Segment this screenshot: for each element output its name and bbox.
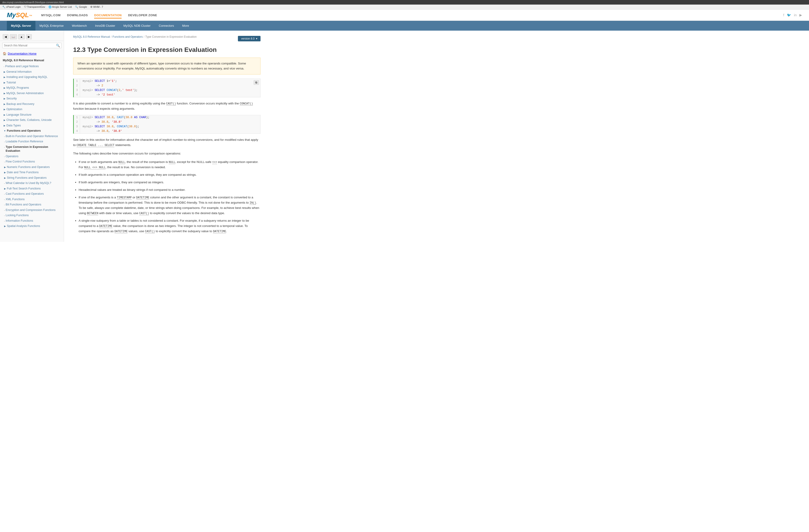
search-icon[interactable]: 🔍 — [56, 44, 60, 47]
para-1: It is also possible to convert a number … — [73, 101, 260, 111]
code-content: -> 38.8, '38.8' — [80, 120, 260, 124]
subnav-item-innodb-cluster[interactable]: InnoDB Cluster — [91, 21, 119, 31]
sub-item-numeric[interactable]: ▶Numeric Functions and Operators — [3, 165, 64, 170]
site-logo: MySQL™ — [7, 12, 32, 19]
content-area: MySQL 8.0 Reference Manual / Functions a… — [64, 31, 270, 242]
sub-items: •Built-In Function and Operator Referenc… — [0, 134, 64, 229]
bullet-6: A single-row subquery from a table or ta… — [79, 218, 260, 234]
sub-nav: MySQL Server MySQL Enterprise Workbench … — [0, 21, 809, 31]
linkedin-icon[interactable]: in — [794, 13, 797, 17]
breadcrumb-functions[interactable]: Functions and Operators — [113, 35, 143, 38]
bookmark-arcgis[interactable]: 🌐 Arcgis Server List — [49, 5, 72, 8]
subnav-item-mysql-server[interactable]: MySQL Server — [7, 21, 35, 31]
tree-item-functions[interactable]: ▼Functions and Operators — [0, 128, 64, 134]
line-num: 1 — [74, 79, 80, 83]
nav-item-mysql-com[interactable]: MYSQL.COM — [41, 13, 61, 17]
code-content: mysql> SELECT 1+'1'; — [80, 79, 260, 83]
code-row: 1 mysql> SELECT 1+'1'; — [74, 79, 260, 83]
bullet-3: If both arguments are integers, they are… — [79, 180, 260, 185]
tree-item-security[interactable]: ▶Security — [0, 96, 64, 101]
tree-item-tutorial[interactable]: ▶Tutorial — [0, 80, 64, 85]
sub-item-encryption[interactable]: •Encryption and Compression Functions — [3, 207, 64, 213]
breadcrumb-manual[interactable]: MySQL 8.0 Reference Manual — [73, 35, 110, 38]
sub-item-xml[interactable]: •XML Functions — [3, 197, 64, 202]
tree-item-installing[interactable]: ▶Installing and Upgrading MySQL — [0, 74, 64, 80]
sidebar-manual-title: MySQL 8.0 Reference Manual — [0, 57, 64, 64]
para-2: See later in this section for informatio… — [73, 137, 260, 148]
sub-item-builtin[interactable]: •Built-In Function and Operator Referenc… — [3, 134, 64, 139]
top-nav-links: MYSQL.COM DOWNLOADS DOCUMENTATION DEVELO… — [41, 13, 157, 17]
code-row: 2 -> 2 — [74, 83, 260, 88]
search-input[interactable] — [4, 44, 56, 47]
sub-item-fulltext[interactable]: ▶Full-Text Search Functions — [3, 186, 64, 191]
tree-item-data-types[interactable]: ▶Data Types — [0, 123, 64, 128]
tree-item-programs[interactable]: ▶MySQL Programs — [0, 85, 64, 91]
page-title: 12.3 Type Conversion in Expression Evalu… — [73, 46, 260, 54]
nav-item-documentation[interactable]: DOCUMENTATION — [94, 13, 122, 17]
bullet-1: If one or both arguments are NULL, the r… — [79, 159, 260, 170]
bullet-4: Hexadecimal values are treated as binary… — [79, 187, 260, 193]
code-row: 4 -> 38.8, '38.8' — [74, 129, 260, 134]
tree-item-general[interactable]: ▶General Information — [0, 69, 64, 75]
sub-item-calendar[interactable]: •What Calendar Is Used By MySQL? — [3, 181, 64, 186]
sub-item-cast[interactable]: •Cast Functions and Operators — [3, 191, 64, 197]
doc-home-link[interactable]: Documentation Home — [8, 52, 37, 55]
code-content: mysql> SELECT CONCAT(2,' test'); — [80, 88, 260, 92]
subnav-item-more[interactable]: More — [178, 21, 193, 31]
breadcrumb-sep-1: / — [111, 35, 111, 38]
nav-item-downloads[interactable]: DOWNLOADS — [67, 13, 88, 17]
version-badge[interactable]: version 8.0 ▾ — [238, 36, 260, 41]
subnav-item-mysql-ndb-cluster[interactable]: MySQL NDB Cluster — [119, 21, 155, 31]
sub-item-flow[interactable]: •Flow Control Functions — [3, 159, 64, 165]
bullet-list: If one or both arguments are NULL, the r… — [79, 159, 260, 234]
line-num: 2 — [74, 120, 80, 124]
bookmark-google[interactable]: 🔍 Google — [75, 5, 87, 8]
sub-item-loadable[interactable]: •Loadable Function Reference — [3, 139, 64, 144]
bookmark-whm[interactable]: ⚙ WHM - 7 — [90, 5, 103, 8]
home-icon: 🏠 — [3, 52, 6, 55]
sidebar-forward-button[interactable]: ▶ — [26, 34, 32, 39]
social-links: f 🐦 in ▶ — [783, 13, 802, 17]
code-row: 3 mysql> SELECT 38.8, CONCAT(38.8); — [74, 124, 260, 129]
sub-nav-links: MySQL Server MySQL Enterprise Workbench … — [7, 21, 193, 31]
twitter-icon[interactable]: 🐦 — [787, 13, 791, 17]
bookmark-cpanel[interactable]: 🔧 cPanel Login — [2, 5, 21, 8]
sidebar-doc-home[interactable]: 🏠 Documentation Home — [0, 51, 64, 57]
subnav-item-mysql-enterprise[interactable]: MySQL Enterprise — [35, 21, 68, 31]
sub-item-bit[interactable]: •Bit Functions and Operators — [3, 202, 64, 207]
code-content: -> '2 test' — [80, 92, 260, 97]
sidebar-book-button[interactable]: 📖 — [10, 34, 17, 39]
code-copy-button-1[interactable]: ⧉ — [254, 80, 259, 85]
sub-item-locking[interactable]: •Locking Functions — [3, 213, 64, 218]
tree-item-language[interactable]: ▶Language Structure — [0, 112, 64, 118]
sidebar: ◀ 📖 ▲ ▶ 🔍 🏠 Documentation Home MySQL 8.0… — [0, 31, 64, 242]
line-num: 3 — [74, 88, 80, 92]
breadcrumb-current: Type Conversion in Expression Evaluation — [145, 35, 197, 38]
sub-item-information[interactable]: •Information Functions — [3, 218, 64, 224]
subnav-item-workbench[interactable]: Workbench — [68, 21, 91, 31]
sub-item-datetime[interactable]: ▶Date and Time Functions — [3, 170, 64, 175]
sub-item-type-conversion[interactable]: •Type Conversion in Expression Evaluatio… — [3, 144, 64, 154]
code-table-1: 1 mysql> SELECT 1+'1'; 2 -> 2 3 mysql> S… — [74, 79, 260, 97]
tree-item-optimization[interactable]: ▶Optimization — [0, 107, 64, 112]
sidebar-up-button[interactable]: ▲ — [18, 34, 25, 39]
sub-item-operators[interactable]: •Operators — [3, 154, 64, 159]
sub-item-string[interactable]: ▶String Functions and Operators — [3, 175, 64, 181]
sidebar-collapse-button[interactable]: ◀ — [3, 34, 8, 39]
facebook-icon[interactable]: f — [783, 13, 784, 17]
sidebar-tools: ◀ 📖 ▲ ▶ — [0, 33, 64, 41]
nav-item-developer-zone[interactable]: DEVELOPER ZONE — [128, 13, 157, 17]
search-box[interactable]: 🔍 — [2, 43, 62, 48]
subnav-item-connectors[interactable]: Connectors — [155, 21, 178, 31]
breadcrumb-sep-2: / — [143, 35, 144, 38]
youtube-icon[interactable]: ▶ — [799, 13, 802, 17]
bookmark-transparentgov[interactable]: 🛡 TransparentGov — [24, 5, 45, 8]
sub-item-spatial[interactable]: ▶Spatial Analysis Functions — [3, 223, 64, 229]
tree-item-backup[interactable]: ▶Backup and Recovery — [0, 101, 64, 107]
sidebar-tree: •Preface and Legal Notices ▶General Info… — [0, 64, 64, 134]
para-3: The following rules describe how convers… — [73, 151, 260, 156]
browser-bar: dev.mysql.com/doc/refman/8.0/en/type-con… — [0, 0, 809, 4]
tree-item-server-admin[interactable]: ▶MySQL Server Administration — [0, 91, 64, 96]
tree-item-preface[interactable]: •Preface and Legal Notices — [0, 64, 64, 69]
tree-item-charsets[interactable]: ▶Character Sets, Collations, Unicode — [0, 118, 64, 123]
